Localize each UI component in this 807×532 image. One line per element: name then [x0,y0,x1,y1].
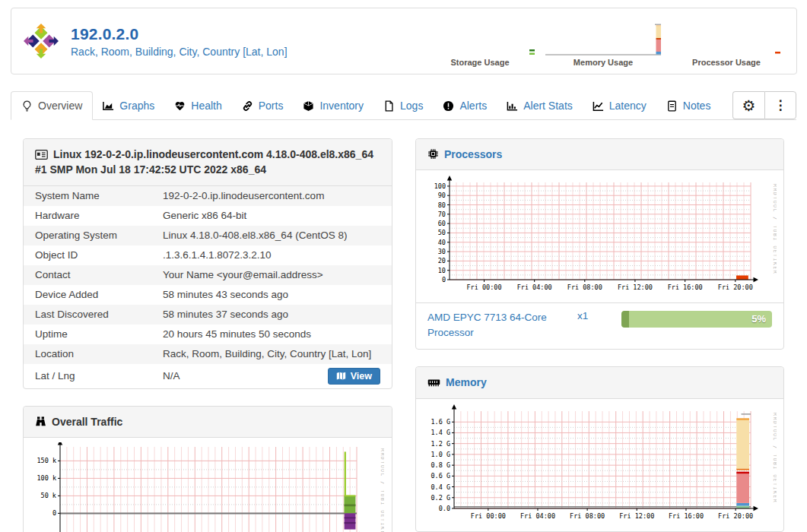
row-value: Rack, Room, Building, City, Country [Lat… [163,348,380,359]
processors-title-link[interactable]: Processors [444,148,502,160]
tab-notes[interactable]: Notes [656,92,721,119]
memory-icon [427,378,440,388]
row-value: 58 minutes 37 seconds ago [163,309,380,320]
svg-text:1.4 G: 1.4 G [431,429,450,436]
map-icon [336,371,346,381]
memory-panel-header: Memory [416,367,783,398]
heartbeat-icon [174,100,186,112]
svg-text:RRDTOOL / TOBI OETIKER: RRDTOOL / TOBI OETIKER [772,413,777,503]
tab-label: Latency [609,100,647,112]
tab-overview[interactable]: Overview [11,91,93,120]
device-location-link[interactable]: Rack, Room, Building, City, Country [Lat… [71,46,288,58]
binoculars-icon [35,416,46,427]
processors-graph[interactable]: 1009080706050403020100Fri 00:00Fri 04:00… [416,170,783,302]
svg-text:0.8 G: 0.8 G [431,461,450,469]
tab-label: Alert Stats [523,100,573,112]
more-options-button[interactable]: ⋮ [764,91,796,119]
cpu-count: x1 [577,310,588,321]
svg-text:Fri 04:00: Fri 04:00 [520,512,555,520]
row-value: 58 minutes 43 seconds ago [163,289,380,300]
svg-text:Fri 16:00: Fri 16:00 [669,512,704,520]
table-row: Object ID .1.3.6.1.4.1.8072.3.2.10 [24,245,392,265]
tab-graphs[interactable]: Graphs [93,92,164,119]
processors-panel-header: Processors [416,139,783,170]
exclamation-circle-icon [443,100,454,112]
svg-text:1.2 G: 1.2 G [431,439,450,447]
svg-text:60: 60 [438,220,446,227]
file-icon [383,100,395,112]
system-panel-header: Linux 192-0-2-0.ip.linodeusercontent.com… [24,139,392,186]
overall-traffic-graph[interactable]: 150 k100 k50 k0Fri 00:00Fri 04:00Fri 08:… [24,438,392,532]
settings-button[interactable]: ⚙ [732,91,764,119]
view-map-button[interactable]: View [328,368,380,385]
row-label: Uptime [35,328,163,340]
tab-label: Overview [38,100,82,112]
svg-text:1.0 G: 1.0 G [431,451,450,458]
traffic-panel: Overall Traffic 150 k100 k50 k0Fri 00:00… [23,406,392,532]
svg-text:50 k: 50 k [41,492,56,499]
svg-text:Fri 20:00: Fri 20:00 [718,283,753,291]
svg-text:10: 10 [438,267,446,274]
note-icon [666,100,678,112]
tab-actions: ⚙ ⋮ [732,91,796,119]
memory-usage-minigraph[interactable]: Memory Usage [545,16,661,67]
chart-area-icon [103,100,114,112]
memory-title-link[interactable]: Memory [446,376,487,388]
svg-text:70: 70 [438,211,446,218]
svg-text:Fri 08:00: Fri 08:00 [570,512,605,520]
row-value: N/A [163,370,180,382]
tab-latency[interactable]: Latency [583,92,656,119]
tab-logs[interactable]: Logs [373,92,433,119]
device-ip: 192.0.2.0 [71,25,288,43]
svg-text:Fri 00:00: Fri 00:00 [467,283,502,291]
table-row: Device Added 58 minutes 43 seconds ago [24,285,392,305]
svg-text:Fri 16:00: Fri 16:00 [668,283,703,291]
tab-label: Logs [400,100,423,112]
tab-label: Ports [259,100,284,112]
processor-sparkline-icon [669,16,784,57]
svg-text:0.0: 0.0 [439,505,450,512]
tab-ports[interactable]: Ports [232,92,294,119]
cpu-name-link[interactable]: AMD EPYC 7713 64-Core Processor [427,310,561,340]
memory-usage-label: Memory Usage [545,58,661,67]
cpu-usage-bar-fill [621,311,629,328]
svg-text:150 k: 150 k [37,457,56,464]
system-panel: Linux 192-0-2-0.ip.linodeusercontent.com… [23,138,392,389]
row-value: 192-0-2-0.ip.linodeusercontent.com [163,190,380,201]
row-value: Generic x86 64-bit [163,210,380,221]
cpu-usage-bar: 5% [621,311,772,328]
link-icon [242,100,253,112]
tab-label: Notes [683,100,711,112]
svg-text:Fri 20:00: Fri 20:00 [718,512,753,520]
svg-text:1.6 G: 1.6 G [431,418,450,426]
tab-label: Alerts [459,100,487,112]
tab-alerts[interactable]: Alerts [433,92,497,119]
bar-chart-icon [507,100,518,112]
storage-sparkline-icon [422,16,538,57]
device-tabbar: Overview Graphs Health Ports Inventory L… [11,91,796,120]
svg-text:30: 30 [438,248,446,255]
tab-label: Inventory [319,100,364,112]
line-chart-icon [593,100,604,112]
tab-label: Graphs [119,100,154,112]
svg-text:Fri 12:00: Fri 12:00 [619,512,654,520]
tab-alert-stats[interactable]: Alert Stats [497,92,583,119]
storage-usage-minigraph[interactable]: Storage Usage [422,16,538,67]
svg-text:100 k: 100 k [37,474,56,482]
row-value: 20 hours 45 minutes 50 seconds [163,328,380,340]
svg-text:0: 0 [52,509,56,517]
traffic-panel-header: Overall Traffic [24,407,392,438]
svg-text:40: 40 [438,239,446,246]
svg-text:Fri 04:00: Fri 04:00 [517,283,552,291]
processor-usage-minigraph[interactable]: Processor Usage [669,16,784,67]
svg-text:Fri 12:00: Fri 12:00 [618,283,653,291]
svg-text:80: 80 [438,201,446,209]
table-row: Lat / Lng N/A View [24,364,392,388]
tab-inventory[interactable]: Inventory [293,92,373,119]
storage-usage-label: Storage Usage [422,58,538,67]
memory-panel: Memory 1.6 G1.4 G1.2 G1.0 G0.8 G0.6 G0.4… [415,366,784,531]
memory-graph[interactable]: 1.6 G1.4 G1.2 G1.0 G0.8 G0.6 G0.4 G0.2 G… [416,399,783,531]
address-card-icon [35,150,48,160]
svg-text:RRDTOOL / TOBI OETIKER: RRDTOOL / TOBI OETIKER [772,184,777,274]
tab-health[interactable]: Health [164,92,231,119]
